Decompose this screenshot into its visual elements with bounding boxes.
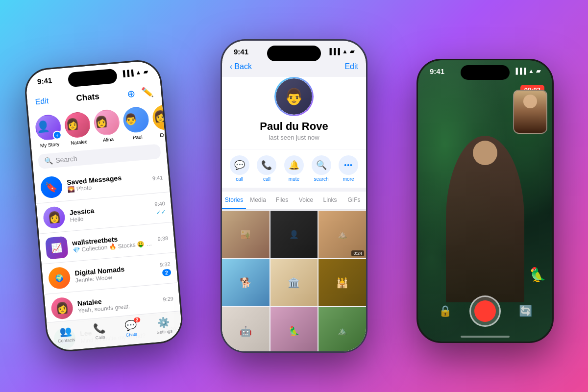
- signal-icon: ▐▐▐: [121, 70, 134, 77]
- search-icon: 🔍: [44, 157, 53, 165]
- signal-icon-3: ▐▐▐: [514, 68, 527, 74]
- status-icons-3: ▐▐▐ ▲ ▰: [514, 68, 540, 74]
- profile-nav: ‹ Back Edit: [222, 62, 366, 77]
- chat-time: 9:29: [163, 295, 173, 302]
- pip-selfie-view: [513, 90, 547, 134]
- tab-chats-active[interactable]: 💬 2 Chats: [124, 319, 138, 338]
- wifi-icon-3: ▲: [528, 68, 534, 74]
- wifi-icon: ▲: [135, 69, 142, 76]
- tab-calls-label: Calls: [95, 334, 105, 340]
- profile-name: Paul du Rove: [260, 120, 328, 133]
- status-time-2: 9:41: [234, 48, 248, 56]
- media-item-9[interactable]: 🏔️: [318, 307, 366, 351]
- add-story-button[interactable]: +: [52, 130, 62, 140]
- ws-avatar: 📈: [45, 236, 69, 259]
- action-call[interactable]: 📞 call: [254, 155, 279, 182]
- my-story[interactable]: 👤 + My Story: [34, 114, 63, 148]
- action-mute[interactable]: 🔔 mute: [282, 155, 306, 182]
- settings-icon: ⚙️: [157, 316, 171, 329]
- saved-messages-avatar: 🔖: [40, 175, 63, 199]
- header-icons: ⊕ ✏️: [126, 86, 154, 100]
- phone-video: 🦜 9:41 ▐▐▐ ▲ ▰ 00:02: [416, 59, 554, 343]
- chat-time: 9:32: [160, 261, 171, 268]
- edit-button[interactable]: Edit: [35, 97, 49, 106]
- video-call-icon: 💬: [230, 155, 249, 175]
- flip-camera-button[interactable]: 🔄: [515, 301, 535, 321]
- chats-badge: 2: [134, 317, 141, 322]
- profile-status: last seen just now: [269, 134, 319, 141]
- media-item-7[interactable]: 🤖: [222, 307, 270, 351]
- tab-voice[interactable]: Voice: [294, 192, 318, 209]
- battery-icon-3: ▰: [536, 68, 540, 74]
- chat-content: Natalee Yeah, sounds great.: [77, 293, 159, 314]
- mute-icon: 🔔: [284, 155, 304, 175]
- chat-meta: 9:38: [157, 235, 168, 242]
- tab-calls[interactable]: 📞 Calls: [93, 321, 106, 340]
- action-label: call: [263, 176, 270, 182]
- natalee-avatar: 👩: [50, 296, 74, 320]
- my-story-label: My Story: [40, 141, 59, 148]
- tab-contacts[interactable]: 👥 Contacts: [56, 324, 75, 343]
- media-item-8[interactable]: 🦜: [270, 307, 318, 351]
- story-alina-label: Alina: [102, 137, 114, 143]
- action-label: more: [343, 176, 354, 182]
- flip-icon: 🔄: [519, 305, 532, 318]
- status-icons-2: ▐▐▐ ▲ ▰: [328, 48, 354, 55]
- dynamic-island-2: [267, 46, 321, 61]
- action-more[interactable]: ••• more: [336, 155, 361, 182]
- media-item-2[interactable]: 👤: [270, 211, 318, 258]
- story-paul[interactable]: 👨 Paul: [122, 106, 151, 141]
- media-item-4[interactable]: 🐕: [222, 259, 270, 307]
- action-search[interactable]: 🔍 search: [309, 155, 334, 182]
- tab-stories[interactable]: Stories: [222, 192, 246, 209]
- media-item-5[interactable]: 🏛️: [270, 259, 318, 307]
- tab-gifs[interactable]: GIFs: [342, 192, 366, 209]
- video-controls: 🔒 🔄: [418, 295, 552, 327]
- new-chat-icon[interactable]: ⊕: [126, 87, 136, 99]
- chat-meta: 9:41: [152, 174, 163, 181]
- action-label: search: [314, 176, 329, 182]
- story-natalee[interactable]: 👩 Natalee: [64, 111, 92, 146]
- chat-time: 9:40: [154, 200, 165, 207]
- tab-chats-label: Chats: [125, 331, 137, 337]
- back-button[interactable]: ‹ Back: [230, 62, 252, 71]
- chat-content: Digital Nomads Jennie: Woow: [74, 262, 156, 284]
- parrot-decoration: 🦜: [529, 267, 546, 283]
- profile-avatar[interactable]: 👨: [274, 77, 314, 116]
- status-time-3: 9:41: [430, 67, 444, 75]
- compose-icon[interactable]: ✏️: [141, 86, 154, 98]
- media-item-3[interactable]: 🏔️ 0:24: [318, 211, 366, 258]
- phone-profile: 9:41 ▐▐▐ ▲ ▰ ‹ Back Edit 👨 Paul du Rove …: [220, 39, 368, 353]
- tab-media[interactable]: Media: [246, 192, 270, 209]
- jessica-avatar: 👩: [43, 206, 66, 229]
- chat-content: Saved Messages 🌄 Photo: [67, 172, 148, 193]
- tab-settings[interactable]: ⚙️ Settings: [155, 316, 173, 335]
- lock-button[interactable]: 🔒: [435, 301, 455, 321]
- contacts-icon: 👥: [59, 324, 72, 337]
- call-icon: 📞: [257, 155, 276, 175]
- media-item-1[interactable]: 🏜️: [222, 211, 270, 258]
- profile-edit-button[interactable]: Edit: [344, 62, 358, 71]
- record-button[interactable]: [469, 295, 501, 327]
- story-emma[interactable]: 👩 Emma: [151, 103, 165, 138]
- tab-links[interactable]: Links: [318, 192, 342, 209]
- story-alina[interactable]: 👩 Alina: [93, 109, 122, 144]
- tab-files[interactable]: Files: [270, 192, 294, 209]
- chat-meta: 9:29: [163, 295, 173, 302]
- person-silhouette: [446, 136, 524, 302]
- story-emma-label: Emma: [160, 131, 166, 138]
- phone-chats: 9:41 ▐▐▐ ▲ ▰ Edit Chats ⊕ ✏️ 👤 +: [23, 58, 184, 353]
- record-inner: [474, 300, 496, 322]
- status-icons-1: ▐▐▐ ▲ ▰: [121, 68, 147, 77]
- chat-time: 9:41: [152, 174, 163, 181]
- search-placeholder: Search: [55, 154, 78, 164]
- media-item-6[interactable]: 🕌: [318, 259, 366, 307]
- video-background: 🦜 9:41 ▐▐▐ ▲ ▰ 00:02: [418, 60, 552, 342]
- person-head: [473, 141, 497, 165]
- dn-avatar: 🌍: [48, 266, 71, 290]
- profile-actions: 💬 call 📞 call 🔔 mute 🔍 search ••• more: [222, 149, 366, 188]
- battery-icon: ▰: [143, 68, 148, 75]
- action-video-call[interactable]: 💬 call: [227, 155, 252, 182]
- read-receipt-icon: ✓✓: [156, 208, 166, 216]
- chat-content: wallstreetbets 💎 Collection 🔥 Stocks 🤑 M…: [72, 232, 153, 253]
